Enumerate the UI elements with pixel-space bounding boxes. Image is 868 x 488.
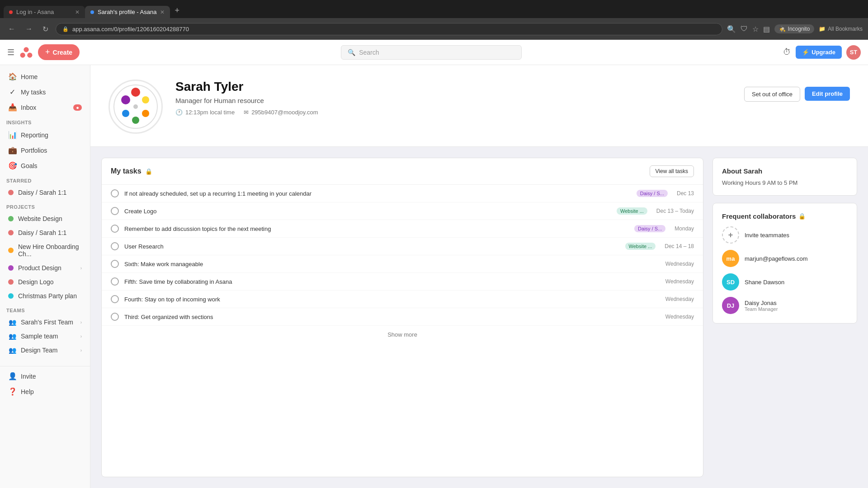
task-checkbox[interactable] (111, 295, 119, 303)
sidebar-item-label: Sarah's First Team (21, 319, 76, 326)
url-text: app.asana.com/0/profile/1206160204288770 (72, 26, 189, 33)
show-more-button[interactable]: Show more (102, 326, 703, 343)
profile-header: Sarah Tyler Manager for Human resource 🕐… (90, 65, 868, 147)
address-bar[interactable]: 🔒 app.asana.com/0/profile/12061602042887… (56, 23, 722, 35)
sidebar-item-my-tasks[interactable]: ✓ My tasks (3, 84, 87, 99)
upgrade-label: Upgrade (811, 49, 835, 56)
invite-teammates-item[interactable]: + Invite teammates (722, 226, 848, 244)
search-bar[interactable]: 🔍 Search (341, 45, 522, 60)
sidebar-item-product-design[interactable]: Product Design › (3, 261, 87, 275)
upgrade-button[interactable]: ⚡ Upgrade (796, 46, 842, 59)
task-item[interactable]: Create LogoWebsite ...Dec 13 – Today (102, 202, 703, 220)
task-item[interactable]: If not already scheduled, set up a recur… (102, 185, 703, 202)
email-icon: ✉ (244, 109, 249, 116)
create-button[interactable]: + Create (38, 44, 80, 60)
bookmark-star-icon[interactable]: ☆ (752, 25, 759, 33)
sidebar-item-help[interactable]: ❓ Help (3, 384, 87, 399)
tab-close-2[interactable]: ✕ (160, 9, 165, 15)
bookmarks-icon: 📁 (819, 26, 826, 32)
profile-email-text: 295b9407@moodjoy.com (251, 109, 318, 116)
task-checkbox[interactable] (111, 225, 119, 233)
view-all-tasks-button[interactable]: View all tasks (650, 165, 694, 177)
task-checkbox[interactable] (111, 189, 119, 197)
sidebar-item-home[interactable]: 🏠 Home (3, 69, 87, 84)
team-icon: 👥 (8, 333, 16, 340)
projects-section: Projects (0, 200, 90, 211)
sidebar-toggle-icon[interactable]: ▤ (763, 25, 770, 33)
task-item[interactable]: User ResearchWebsite ...Dec 14 – 18 (102, 238, 703, 255)
sidebar-item-sample-team[interactable]: 👥 Sample team › (3, 329, 87, 343)
task-date: Wednesday (665, 278, 694, 285)
browser-tab-1[interactable]: Log in - Asana ✕ (4, 6, 85, 18)
about-title: About Sarah (722, 167, 848, 175)
sidebar-toggle-button[interactable]: ☰ (7, 47, 14, 57)
sidebar-item-design-team[interactable]: 👥 Design Team › (3, 343, 87, 357)
bookmarks-button[interactable]: 📁 All Bookmarks (819, 26, 863, 32)
task-checkbox[interactable] (111, 207, 119, 215)
svg-point-9 (121, 95, 130, 104)
forward-button[interactable]: → (23, 23, 35, 35)
task-item[interactable]: Fourth: Stay on top of incoming workWedn… (102, 291, 703, 308)
teams-section: Teams (0, 303, 90, 315)
edit-profile-button[interactable]: Edit profile (805, 87, 850, 101)
browser-tab-2[interactable]: Sarah's profile - Asana ✕ (85, 6, 170, 18)
back-button[interactable]: ← (5, 23, 18, 35)
task-text: User Research (124, 243, 620, 250)
content-area: Sarah Tyler Manager for Human resource 🕐… (90, 65, 868, 488)
bookmarks-label: All Bookmarks (828, 26, 863, 32)
tab-close-1[interactable]: ✕ (75, 9, 80, 15)
timer-icon[interactable]: ⏱ (783, 47, 791, 57)
sidebar-item-reporting[interactable]: 📊 Reporting (3, 127, 87, 142)
sidebar-item-invite[interactable]: 👤 Invite (3, 369, 87, 384)
sidebar-item-website-design[interactable]: Website Design (3, 212, 87, 225)
project-dot (8, 265, 14, 271)
sidebar-item-daisy-sarah[interactable]: Daisy / Sarah 1:1 (3, 186, 87, 199)
task-checkbox[interactable] (111, 313, 119, 321)
collaborator-item[interactable]: SDShane Dawson (722, 273, 848, 291)
project-dot (8, 279, 14, 285)
sidebar-item-sarahs-first-team[interactable]: 👥 Sarah's First Team › (3, 315, 87, 329)
new-tab-button[interactable]: + (170, 3, 184, 18)
sidebar-item-label: New Hire Onboarding Ch... (18, 243, 82, 258)
invite-label: Invite teammates (745, 232, 789, 239)
tab-favicon-1 (9, 10, 13, 14)
task-item[interactable]: Sixth: Make work manageableWednesday (102, 255, 703, 273)
sidebar-item-portfolios[interactable]: 💼 Portfolios (3, 143, 87, 158)
sidebar-item-christmas-party[interactable]: Christmas Party plan (3, 289, 87, 303)
sidebar-item-label: Product Design (18, 264, 76, 272)
goals-icon: 🎯 (8, 161, 16, 170)
task-item[interactable]: Third: Get organized with sectionsWednes… (102, 308, 703, 326)
search-icon: 🔍 (348, 49, 355, 56)
task-text: Sixth: Make work manageable (124, 261, 656, 267)
user-avatar[interactable]: ST (846, 45, 861, 60)
reload-button[interactable]: ↻ (40, 23, 51, 35)
task-checkbox[interactable] (111, 277, 119, 286)
profile-time: 🕐 12:13pm local time (175, 109, 235, 116)
svg-point-8 (122, 110, 129, 117)
sidebar-item-new-hire[interactable]: New Hire Onboarding Ch... (3, 240, 87, 261)
task-checkbox[interactable] (111, 260, 119, 268)
svg-point-0 (24, 47, 28, 52)
sidebar-item-daisy-sarah-project[interactable]: Daisy / Sarah 1:1 (3, 226, 87, 239)
task-badge: Daisy / S... (637, 190, 668, 197)
svg-point-10 (133, 104, 138, 109)
collaborator-info: Shane Dawson (745, 279, 784, 286)
search-icon[interactable]: 🔍 (727, 25, 736, 33)
set-out-of-office-button[interactable]: Set out of office (744, 87, 800, 102)
sidebar-item-design-logo[interactable]: Design Logo (3, 275, 87, 289)
sidebar-item-goals[interactable]: 🎯 Goals (3, 158, 87, 173)
task-text: Remember to add discussion topics for th… (124, 225, 629, 232)
task-date: Dec 14 – 18 (665, 243, 694, 249)
svg-point-2 (27, 52, 32, 57)
collaborator-item[interactable]: mamarjun@pageflows.com (722, 250, 848, 267)
insights-section: Insights (0, 115, 90, 127)
task-checkbox[interactable] (111, 242, 119, 250)
task-text: Fourth: Stay on top of incoming work (124, 296, 656, 303)
tab-favicon-2 (90, 10, 94, 14)
sidebar-item-inbox[interactable]: 📥 Inbox ● (3, 100, 87, 115)
task-item[interactable]: Remember to add discussion topics for th… (102, 220, 703, 238)
collaborator-item[interactable]: DJDaisy JonasTeam Manager (722, 297, 848, 314)
task-item[interactable]: Fifth: Save time by collaborating in Asa… (102, 273, 703, 291)
profile-info: Sarah Tyler Manager for Human resource 🕐… (175, 80, 731, 116)
invite-icon: 👤 (8, 372, 16, 380)
